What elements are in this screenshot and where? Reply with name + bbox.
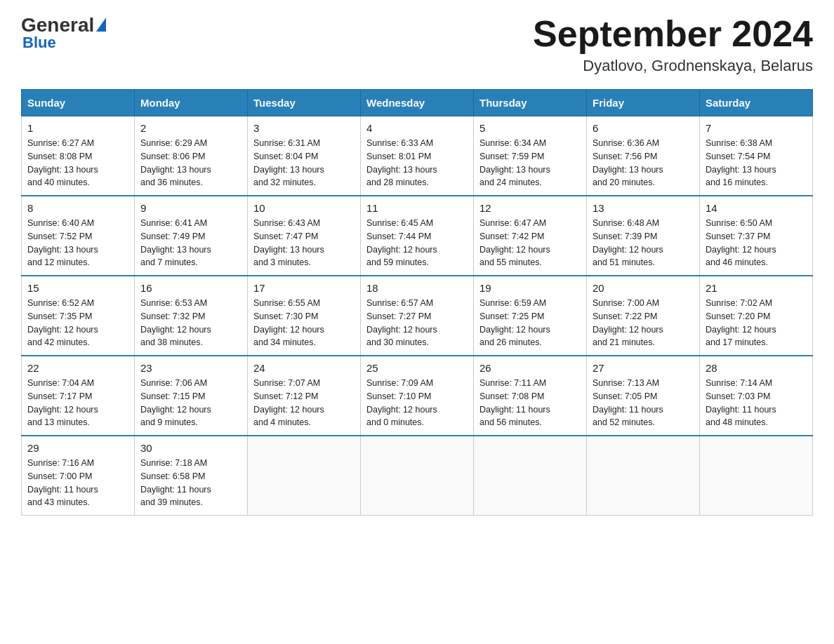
day-info: Sunrise: 6:34 AMSunset: 7:59 PMDaylight:…	[479, 137, 581, 189]
table-row: 3Sunrise: 6:31 AMSunset: 8:04 PMDaylight…	[248, 116, 361, 196]
table-row: 10Sunrise: 6:43 AMSunset: 7:47 PMDayligh…	[248, 196, 361, 276]
table-row: 30Sunrise: 7:18 AMSunset: 6:58 PMDayligh…	[135, 436, 248, 516]
calendar-week-row: 15Sunrise: 6:52 AMSunset: 7:35 PMDayligh…	[22, 276, 813, 356]
day-info: Sunrise: 6:48 AMSunset: 7:39 PMDaylight:…	[593, 217, 694, 269]
day-info: Sunrise: 6:31 AMSunset: 8:04 PMDaylight:…	[253, 137, 355, 189]
table-row: 27Sunrise: 7:13 AMSunset: 7:05 PMDayligh…	[587, 356, 700, 436]
table-row: 22Sunrise: 7:04 AMSunset: 7:17 PMDayligh…	[22, 356, 135, 436]
title-block: September 2024 Dyatlovo, Grodnenskaya, B…	[533, 14, 813, 75]
day-number: 21	[706, 282, 807, 294]
day-number: 22	[27, 362, 128, 374]
logo-triangle-icon	[96, 18, 106, 32]
calendar-week-row: 22Sunrise: 7:04 AMSunset: 7:17 PMDayligh…	[22, 356, 813, 436]
table-row: 18Sunrise: 6:57 AMSunset: 7:27 PMDayligh…	[361, 276, 474, 356]
day-info: Sunrise: 6:50 AMSunset: 7:37 PMDaylight:…	[706, 217, 807, 269]
col-wednesday: Wednesday	[361, 90, 474, 116]
day-number: 28	[706, 362, 807, 374]
day-number: 13	[593, 202, 694, 214]
table-row: 25Sunrise: 7:09 AMSunset: 7:10 PMDayligh…	[361, 356, 474, 436]
calendar-week-row: 1Sunrise: 6:27 AMSunset: 8:08 PMDaylight…	[22, 116, 813, 196]
day-number: 30	[140, 442, 241, 454]
day-info: Sunrise: 6:57 AMSunset: 7:27 PMDaylight:…	[366, 297, 468, 349]
day-info: Sunrise: 6:53 AMSunset: 7:32 PMDaylight:…	[140, 297, 241, 349]
day-number: 18	[366, 282, 468, 294]
col-thursday: Thursday	[474, 90, 587, 116]
day-number: 23	[140, 362, 241, 374]
table-row: 1Sunrise: 6:27 AMSunset: 8:08 PMDaylight…	[22, 116, 135, 196]
table-row	[361, 436, 474, 516]
day-number: 11	[366, 202, 468, 214]
table-row: 6Sunrise: 6:36 AMSunset: 7:56 PMDaylight…	[587, 116, 700, 196]
table-row: 14Sunrise: 6:50 AMSunset: 7:37 PMDayligh…	[700, 196, 813, 276]
day-info: Sunrise: 6:40 AMSunset: 7:52 PMDaylight:…	[27, 217, 128, 269]
day-info: Sunrise: 7:00 AMSunset: 7:22 PMDaylight:…	[593, 297, 694, 349]
month-year-title: September 2024	[533, 14, 813, 54]
table-row: 2Sunrise: 6:29 AMSunset: 8:06 PMDaylight…	[135, 116, 248, 196]
table-row: 19Sunrise: 6:59 AMSunset: 7:25 PMDayligh…	[474, 276, 587, 356]
day-info: Sunrise: 7:06 AMSunset: 7:15 PMDaylight:…	[140, 377, 241, 429]
table-row	[700, 436, 813, 516]
day-number: 16	[140, 282, 241, 294]
day-info: Sunrise: 7:04 AMSunset: 7:17 PMDaylight:…	[27, 377, 128, 429]
logo-blue: Blue	[22, 34, 56, 52]
table-row: 29Sunrise: 7:16 AMSunset: 7:00 PMDayligh…	[22, 436, 135, 516]
day-number: 9	[140, 202, 241, 214]
day-number: 19	[479, 282, 581, 294]
day-number: 17	[253, 282, 355, 294]
day-number: 24	[253, 362, 355, 374]
day-info: Sunrise: 6:38 AMSunset: 7:54 PMDaylight:…	[706, 137, 807, 189]
calendar-header-row: Sunday Monday Tuesday Wednesday Thursday…	[22, 90, 813, 116]
day-number: 29	[27, 442, 128, 454]
logo: General Blue	[21, 14, 106, 52]
col-friday: Friday	[587, 90, 700, 116]
day-info: Sunrise: 6:43 AMSunset: 7:47 PMDaylight:…	[253, 217, 355, 269]
table-row: 4Sunrise: 6:33 AMSunset: 8:01 PMDaylight…	[361, 116, 474, 196]
table-row	[248, 436, 361, 516]
day-info: Sunrise: 6:55 AMSunset: 7:30 PMDaylight:…	[253, 297, 355, 349]
table-row: 16Sunrise: 6:53 AMSunset: 7:32 PMDayligh…	[135, 276, 248, 356]
table-row: 8Sunrise: 6:40 AMSunset: 7:52 PMDaylight…	[22, 196, 135, 276]
table-row	[587, 436, 700, 516]
day-number: 20	[593, 282, 694, 294]
day-number: 25	[366, 362, 468, 374]
day-info: Sunrise: 7:18 AMSunset: 6:58 PMDaylight:…	[140, 457, 241, 509]
table-row: 13Sunrise: 6:48 AMSunset: 7:39 PMDayligh…	[587, 196, 700, 276]
table-row: 12Sunrise: 6:47 AMSunset: 7:42 PMDayligh…	[474, 196, 587, 276]
day-info: Sunrise: 6:29 AMSunset: 8:06 PMDaylight:…	[140, 137, 241, 189]
day-number: 10	[253, 202, 355, 214]
table-row: 7Sunrise: 6:38 AMSunset: 7:54 PMDaylight…	[700, 116, 813, 196]
day-info: Sunrise: 6:36 AMSunset: 7:56 PMDaylight:…	[593, 137, 694, 189]
table-row: 11Sunrise: 6:45 AMSunset: 7:44 PMDayligh…	[361, 196, 474, 276]
day-info: Sunrise: 6:52 AMSunset: 7:35 PMDaylight:…	[27, 297, 128, 349]
table-row: 9Sunrise: 6:41 AMSunset: 7:49 PMDaylight…	[135, 196, 248, 276]
day-number: 7	[706, 122, 807, 134]
page-header: General Blue September 2024 Dyatlovo, Gr…	[21, 14, 813, 75]
table-row: 17Sunrise: 6:55 AMSunset: 7:30 PMDayligh…	[248, 276, 361, 356]
col-monday: Monday	[135, 90, 248, 116]
day-number: 27	[593, 362, 694, 374]
day-number: 14	[706, 202, 807, 214]
table-row: 26Sunrise: 7:11 AMSunset: 7:08 PMDayligh…	[474, 356, 587, 436]
table-row: 28Sunrise: 7:14 AMSunset: 7:03 PMDayligh…	[700, 356, 813, 436]
day-info: Sunrise: 7:14 AMSunset: 7:03 PMDaylight:…	[706, 377, 807, 429]
day-info: Sunrise: 6:27 AMSunset: 8:08 PMDaylight:…	[27, 137, 128, 189]
day-info: Sunrise: 6:33 AMSunset: 8:01 PMDaylight:…	[366, 137, 468, 189]
table-row: 5Sunrise: 6:34 AMSunset: 7:59 PMDaylight…	[474, 116, 587, 196]
day-info: Sunrise: 7:13 AMSunset: 7:05 PMDaylight:…	[593, 377, 694, 429]
day-info: Sunrise: 7:16 AMSunset: 7:00 PMDaylight:…	[27, 457, 128, 509]
table-row: 15Sunrise: 6:52 AMSunset: 7:35 PMDayligh…	[22, 276, 135, 356]
day-number: 8	[27, 202, 128, 214]
col-sunday: Sunday	[22, 90, 135, 116]
day-number: 3	[253, 122, 355, 134]
table-row: 23Sunrise: 7:06 AMSunset: 7:15 PMDayligh…	[135, 356, 248, 436]
day-number: 4	[366, 122, 468, 134]
day-info: Sunrise: 7:11 AMSunset: 7:08 PMDaylight:…	[479, 377, 581, 429]
day-number: 12	[479, 202, 581, 214]
day-info: Sunrise: 7:02 AMSunset: 7:20 PMDaylight:…	[706, 297, 807, 349]
day-number: 5	[479, 122, 581, 134]
col-tuesday: Tuesday	[248, 90, 361, 116]
day-number: 26	[479, 362, 581, 374]
calendar-table: Sunday Monday Tuesday Wednesday Thursday…	[21, 89, 813, 516]
day-info: Sunrise: 7:09 AMSunset: 7:10 PMDaylight:…	[366, 377, 468, 429]
day-info: Sunrise: 6:45 AMSunset: 7:44 PMDaylight:…	[366, 217, 468, 269]
